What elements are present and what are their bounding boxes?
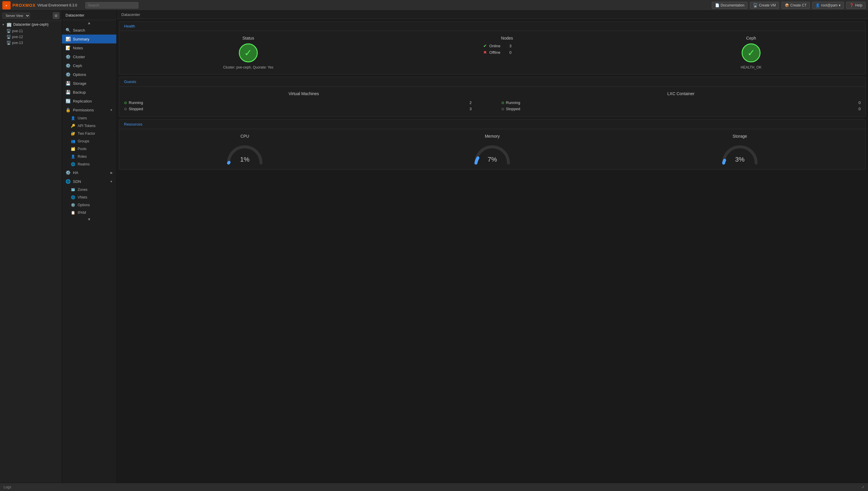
user-menu-button[interactable]: 👤 root@pam ▾	[812, 2, 844, 9]
sdn-expand-icon: ▼	[110, 180, 113, 183]
health-status-title: Status	[242, 36, 254, 40]
nav-item-storage[interactable]: 💾 Storage	[62, 79, 116, 88]
vms-running-row: ⊙ Running 2	[124, 99, 484, 106]
node-pve-12[interactable]: 🖥️ pve-12	[0, 34, 62, 40]
nav-item-storage-label: Storage	[73, 81, 87, 86]
lxc-running-icon: ⊙	[501, 101, 504, 105]
health-nodes-col: Nodes ✔ Online 3 ✖ Offline 0	[483, 36, 531, 55]
nav-sub-ipam[interactable]: 📋 IPAM	[62, 209, 116, 216]
nav-item-cluster[interactable]: ⚙️ Cluster	[62, 52, 116, 61]
sdn-nav-icon: 🌐	[66, 179, 70, 184]
bottom-right: ⤢	[862, 485, 864, 489]
nav-group-permissions-label: Permissions	[73, 108, 94, 112]
logo-text: PROXMOX	[12, 3, 36, 8]
health-status-icon: ✓	[239, 44, 258, 62]
nav-sub-two-factor[interactable]: 🔐 Two Factor	[62, 130, 116, 137]
server-view-header: Server View Folder View Pool View Tag Vi…	[0, 11, 62, 21]
cpu-gauge: 1%	[224, 141, 266, 165]
nav-scroll-down[interactable]: ▼	[62, 216, 116, 222]
node-label-pve-11: pve-11	[12, 29, 23, 33]
summary-nav-icon: 📊	[66, 37, 70, 41]
health-section-title: Health	[119, 22, 865, 31]
nav-sub-zones[interactable]: 🗺️ Zones	[62, 186, 116, 194]
guests-grid: Virtual Machines ⊙ Running 2 ⊙ Stopped	[119, 87, 865, 117]
storage-gauge: 3%	[719, 141, 761, 165]
storage-gauge-value: 3%	[735, 156, 745, 165]
create-ct-icon: 📦	[785, 3, 789, 7]
lxc-col: LXC Container ⊙ Running 0 ⊙ Stopped	[501, 91, 861, 112]
nav-item-search[interactable]: 🔍 Search	[62, 26, 116, 34]
nav-scroll-up[interactable]: ▲	[62, 20, 116, 26]
nav-item-ceph[interactable]: ⚙️ Ceph	[62, 61, 116, 70]
nav-item-notes[interactable]: 📝 Notes	[62, 44, 116, 52]
notes-nav-icon: 📝	[66, 46, 70, 50]
nav-sub-realms[interactable]: 🌐 Realms	[62, 161, 116, 168]
nav-sub-api-tokens[interactable]: 🔑 API Tokens	[62, 122, 116, 130]
nav-sub-groups[interactable]: 👥 Groups	[62, 137, 116, 145]
topbar: P PROXMOX Virtual Environment 8.3.0 📄 Do…	[0, 0, 868, 11]
nav-item-replication-label: Replication	[73, 99, 92, 104]
storage-title: Storage	[733, 134, 747, 139]
permissions-nav-icon: 🔒	[66, 108, 70, 112]
nav-item-replication[interactable]: 🔄 Replication	[62, 96, 116, 106]
sdn-options-sub-icon: ⚙️	[71, 203, 75, 207]
node-icon-pve-13: 🖥️	[6, 41, 11, 45]
lxc-stopped-icon: ⊙	[501, 107, 504, 111]
resources-section-title: Resources	[119, 120, 865, 129]
node-pve-11[interactable]: 🖥️ pve-11	[0, 28, 62, 34]
expand-icon[interactable]: ⤢	[862, 485, 864, 489]
content-breadcrumb: Datacenter	[117, 11, 868, 19]
svg-text:P: P	[6, 4, 7, 7]
zones-sub-icon: 🗺️	[71, 187, 75, 192]
documentation-button[interactable]: 📄 Documentation	[712, 2, 748, 9]
nav-item-backup[interactable]: 💾 Backup	[62, 88, 116, 96]
help-button[interactable]: ❓ Help	[846, 2, 866, 9]
create-ct-button[interactable]: 📦 Create CT	[781, 2, 810, 9]
guests-panel: Guests Virtual Machines ⊙ Running 2 ⊙	[119, 77, 866, 117]
bottombar: Logs ⤢	[0, 483, 868, 491]
node-icon-pve-12: 🖥️	[6, 35, 11, 39]
lxc-stopped-label: Stopped	[506, 107, 520, 111]
content-area: Datacenter Health Status ✓ Cluster: pve-…	[117, 11, 868, 483]
search-nav-icon: 🔍	[66, 28, 70, 32]
resources-panel: Resources CPU 1%	[119, 119, 866, 170]
search-input[interactable]	[85, 2, 138, 8]
create-vm-button[interactable]: 🖥️ Create VM	[750, 2, 779, 9]
vnets-sub-icon: 🌐	[71, 195, 75, 199]
proxmox-logo-icon: P	[2, 1, 11, 9]
groups-sub-icon: 👥	[71, 139, 75, 143]
cpu-title: CPU	[240, 134, 249, 139]
nav-group-ha[interactable]: ⚙️ HA ▶	[62, 168, 116, 177]
nav-item-options[interactable]: ⚙️ Options	[62, 70, 116, 79]
lxc-running-label: Running	[506, 100, 520, 105]
offline-status-icon: ✖	[483, 50, 487, 55]
middle-nav-header: Datacenter	[62, 11, 116, 20]
nav-group-permissions[interactable]: 🔒 Permissions ▼	[62, 106, 116, 114]
datacenter-tree-item[interactable]: ▼ 🏢 Datacenter (pve-ceph)	[0, 21, 62, 28]
node-icon-pve-11: 🖥️	[6, 29, 11, 33]
lxc-stopped-row: ⊙ Stopped 0	[501, 106, 861, 112]
nav-sub-roles[interactable]: 👤 Roles	[62, 153, 116, 161]
nav-group-sdn[interactable]: 🌐 SDN ▼	[62, 177, 116, 186]
nav-sub-pools[interactable]: 🗂️ Pools	[62, 145, 116, 153]
logs-label[interactable]: Logs	[4, 485, 11, 489]
nav-sub-sdn-options[interactable]: ⚙️ Options	[62, 201, 116, 209]
settings-button[interactable]: ⚙	[53, 12, 59, 19]
lxc-running-row: ⊙ Running 0	[501, 99, 861, 106]
health-panel: Health Status ✓ Cluster: pve-ceph, Quora…	[119, 21, 866, 75]
app-version: Virtual Environment 8.3.0	[37, 3, 78, 7]
vm-stopped-label: Stopped	[129, 107, 143, 111]
offline-count: 0	[509, 50, 512, 55]
nav-item-search-label: Search	[73, 28, 85, 32]
server-view-select[interactable]: Server View Folder View Pool View Tag Vi…	[2, 13, 30, 19]
datacenter-expand-icon: ▼	[2, 23, 5, 26]
nav-sub-vnets[interactable]: 🌐 VNets	[62, 194, 116, 201]
online-status-icon: ✔	[483, 44, 487, 48]
cluster-nav-icon: ⚙️	[66, 54, 70, 59]
node-pve-13[interactable]: 🖥️ pve-13	[0, 40, 62, 46]
nav-item-summary[interactable]: 📊 Summary	[62, 34, 116, 44]
nav-group-sdn-label: SDN	[73, 179, 81, 184]
nav-sub-users[interactable]: 👤 Users	[62, 114, 116, 122]
dropdown-icon: ▾	[839, 3, 841, 7]
cpu-gauge-value: 1%	[240, 156, 249, 165]
